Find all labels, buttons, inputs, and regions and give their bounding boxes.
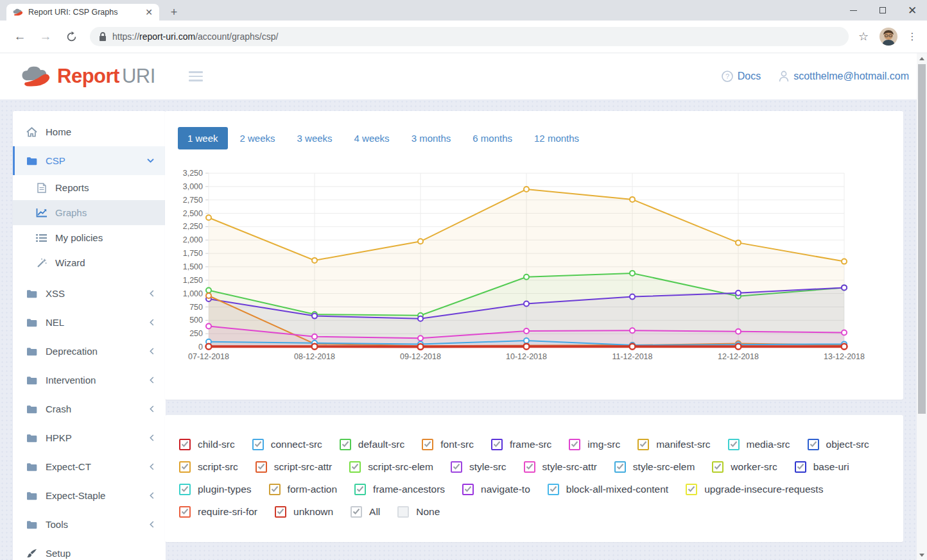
bookmark-star-icon[interactable]: ☆ bbox=[854, 27, 873, 46]
minimize-button[interactable] bbox=[838, 0, 868, 21]
maximize-button[interactable] bbox=[868, 0, 897, 21]
svg-text:?: ? bbox=[725, 72, 729, 80]
legend-checkbox-frame-src[interactable]: frame-src bbox=[491, 439, 551, 450]
period-tab-3-weeks[interactable]: 3 weeks bbox=[288, 127, 342, 149]
period-tab-6-months[interactable]: 6 months bbox=[463, 127, 522, 149]
legend-checkbox-connect-src[interactable]: connect-src bbox=[252, 439, 322, 450]
hamburger-menu-icon[interactable] bbox=[189, 71, 203, 81]
legend-checkbox-form-action[interactable]: form-action bbox=[269, 484, 338, 495]
scrollbar-thumb[interactable] bbox=[918, 64, 926, 414]
legend-checkbox-style-src-attr[interactable]: style-src-attr bbox=[524, 461, 597, 473]
checkbox-checked-icon bbox=[637, 439, 649, 450]
period-tab-2-weeks[interactable]: 2 weeks bbox=[230, 127, 285, 149]
address-bar[interactable]: https://report-uri.com/account/graphs/cs… bbox=[90, 27, 849, 46]
sidebar-item-reports[interactable]: Reports bbox=[13, 175, 166, 200]
period-tab-3-months[interactable]: 3 months bbox=[402, 127, 461, 149]
chevron-left-icon bbox=[150, 405, 154, 412]
legend-checkbox-navigate-to[interactable]: navigate-to bbox=[462, 484, 530, 495]
checkbox-checked-icon bbox=[349, 461, 361, 473]
legend-label: frame-ancestors bbox=[373, 484, 445, 495]
legend-checkbox-default-src[interactable]: default-src bbox=[340, 439, 404, 450]
legend-label: child-src bbox=[198, 439, 235, 450]
legend-checkbox-style-src[interactable]: style-src bbox=[451, 461, 507, 473]
legend-checkbox-upgrade-insecure-requests[interactable]: upgrade-insecure-requests bbox=[686, 484, 823, 495]
sidebar-item-deprecation[interactable]: Deprecation bbox=[13, 337, 166, 366]
legend-checkbox-all[interactable]: All bbox=[351, 506, 380, 518]
sidebar-item-wizard[interactable]: Wizard bbox=[13, 250, 166, 275]
sidebar-item-xss[interactable]: XSS bbox=[13, 279, 166, 308]
legend-checkbox-worker-src[interactable]: worker-src bbox=[712, 461, 777, 473]
legend-label: All bbox=[369, 506, 380, 518]
sidebar-item-my-policies[interactable]: My policies bbox=[13, 225, 166, 250]
legend-checkbox-child-src[interactable]: child-src bbox=[179, 439, 235, 450]
sidebar-item-csp[interactable]: CSP bbox=[13, 146, 166, 175]
legend-label: default-src bbox=[358, 439, 404, 450]
sidebar-item-expect-staple[interactable]: Expect-Staple bbox=[13, 481, 166, 510]
legend-checkbox-img-src[interactable]: img-src bbox=[569, 439, 620, 450]
legend-label: upgrade-insecure-requests bbox=[704, 484, 823, 495]
legend-checkbox-frame-ancestors[interactable]: frame-ancestors bbox=[354, 484, 445, 495]
legend-checkbox-require-sri-for[interactable]: require-sri-for bbox=[179, 506, 257, 518]
docs-link[interactable]: ? Docs bbox=[722, 71, 761, 82]
folder-icon bbox=[26, 347, 38, 356]
sidebar-item-expect-ct[interactable]: Expect-CT bbox=[13, 452, 166, 481]
svg-text:12-12-2018: 12-12-2018 bbox=[718, 352, 759, 361]
sidebar-item-intervention[interactable]: Intervention bbox=[13, 366, 166, 395]
svg-text:07-12-2018: 07-12-2018 bbox=[188, 352, 229, 361]
sidebar-item-graphs[interactable]: Graphs bbox=[13, 200, 166, 225]
profile-avatar[interactable] bbox=[879, 28, 897, 46]
legend-checkbox-block-all-mixed-content[interactable]: block-all-mixed-content bbox=[548, 484, 668, 495]
report-uri-logo[interactable]: ReportURI bbox=[21, 65, 155, 88]
close-icon: ✕ bbox=[908, 5, 917, 16]
svg-text:2,250: 2,250 bbox=[183, 222, 203, 231]
tab-close-icon[interactable]: ✕ bbox=[144, 7, 154, 17]
sidebar-item-home[interactable]: Home bbox=[13, 117, 166, 146]
period-tab-4-weeks[interactable]: 4 weeks bbox=[345, 127, 399, 149]
reload-button[interactable] bbox=[60, 26, 82, 47]
sidebar-item-crash[interactable]: Crash bbox=[13, 395, 166, 423]
sidebar-item-label: Intervention bbox=[46, 375, 96, 386]
sidebar-item-tools[interactable]: Tools bbox=[13, 510, 166, 539]
sidebar-item-label: Reports bbox=[55, 182, 89, 193]
legend-row: child-srcconnect-srcdefault-srcfont-srcf… bbox=[179, 433, 890, 455]
sidebar-item-setup[interactable]: Setup bbox=[13, 539, 166, 560]
legend-checkbox-font-src[interactable]: font-src bbox=[422, 439, 474, 450]
legend-checkbox-base-uri[interactable]: base-uri bbox=[795, 461, 849, 473]
svg-text:1,500: 1,500 bbox=[183, 262, 203, 271]
scrollbar-up-icon[interactable] bbox=[917, 53, 927, 64]
legend-checkbox-media-src[interactable]: media-src bbox=[728, 439, 790, 450]
scrollbar-down-icon[interactable] bbox=[917, 550, 927, 560]
legend-checkbox-none[interactable]: None bbox=[397, 506, 440, 518]
account-link[interactable]: scotthelme@hotmail.com bbox=[779, 71, 909, 82]
svg-text:1,250: 1,250 bbox=[183, 276, 203, 285]
browser-menu-icon[interactable]: ⋮ bbox=[904, 27, 921, 46]
folder-icon bbox=[26, 520, 38, 529]
legend-checkbox-plugin-types[interactable]: plugin-types bbox=[179, 484, 252, 495]
legend-label: script-src-elem bbox=[368, 461, 433, 473]
back-button[interactable]: ← bbox=[9, 26, 31, 47]
legend-checkbox-script-src[interactable]: script-src bbox=[179, 461, 238, 473]
folder-icon bbox=[26, 376, 38, 385]
forward-button[interactable]: → bbox=[35, 26, 56, 47]
legend-checkbox-object-src[interactable]: object-src bbox=[808, 439, 869, 450]
period-tab-12-months[interactable]: 12 months bbox=[524, 127, 589, 149]
new-tab-button[interactable]: + bbox=[166, 4, 182, 21]
folder-icon bbox=[26, 318, 38, 327]
sidebar-item-hpkp[interactable]: HPKP bbox=[13, 423, 166, 452]
page-scrollbar[interactable] bbox=[917, 53, 927, 560]
legend-checkbox-manifest-src[interactable]: manifest-src bbox=[637, 439, 710, 450]
legend-label: script-src-attr bbox=[274, 461, 332, 473]
legend-checkbox-script-src-attr[interactable]: script-src-attr bbox=[256, 461, 332, 473]
close-button[interactable]: ✕ bbox=[897, 0, 927, 21]
legend-checkbox-unknown[interactable]: unknown bbox=[275, 506, 333, 518]
browser-tab[interactable]: Report URI: CSP Graphs ✕ bbox=[6, 4, 159, 21]
legend-row: script-srcscript-src-attrscript-src-elem… bbox=[179, 455, 890, 478]
period-tab-1-week[interactable]: 1 week bbox=[178, 127, 228, 149]
checkbox-checked-icon bbox=[422, 439, 433, 450]
legend-checkbox-style-src-elem[interactable]: style-src-elem bbox=[614, 461, 695, 473]
sidebar-item-label: Tools bbox=[46, 519, 68, 530]
folder-icon bbox=[26, 289, 38, 298]
sidebar-item-nel[interactable]: NEL bbox=[13, 308, 166, 337]
checkbox-checked-icon bbox=[491, 439, 503, 450]
legend-checkbox-script-src-elem[interactable]: script-src-elem bbox=[349, 461, 433, 473]
